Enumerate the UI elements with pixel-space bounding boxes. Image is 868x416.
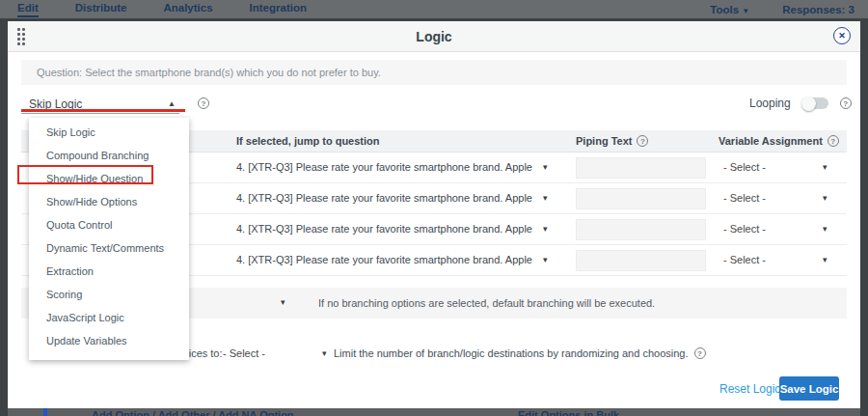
variable-assignment-select[interactable]: - Select - [723, 254, 766, 265]
question-band: Question: Select the smartphone brand(s)… [21, 60, 847, 85]
col-piping-header: Piping Text? [576, 135, 648, 147]
caret-down-icon[interactable]: ▾ [543, 224, 548, 234]
close-icon[interactable]: ✕ [833, 27, 851, 44]
tools-menu[interactable]: Tools ▼ [710, 4, 749, 15]
default-branching-note: If no branching options are selected, de… [318, 297, 655, 309]
reset-logic-link[interactable]: Reset Logic [719, 382, 780, 396]
menu-item-update-variables[interactable]: Update Variables [29, 329, 189, 352]
jump-to-question-value: 4. [XTR-Q3] Please rate your favorite sm… [236, 223, 532, 235]
logic-help-icon[interactable]: ? [198, 97, 209, 109]
nav-tab-edit[interactable]: Edit [17, 2, 39, 17]
jump-to-question-value: 4. [XTR-Q3] Please rate your favorite sm… [236, 254, 532, 265]
col-variable-header: Variable Assignment? [719, 135, 839, 147]
top-navbar: EditDistributeAnalyticsIntegration Tools… [0, 0, 868, 18]
menu-item-compound-branching[interactable]: Compound Branching [29, 144, 189, 167]
page-behind-modal: Add Option / Add Other / Add NA Option E… [8, 408, 860, 416]
question-text: Question: Select the smartphone brand(s)… [37, 67, 381, 78]
annotation-red-underline [21, 109, 185, 112]
variable-help-icon[interactable]: ? [827, 135, 839, 147]
looping-control: Looping ? [749, 97, 852, 110]
piping-help-icon[interactable]: ? [637, 135, 648, 147]
variable-assignment-select[interactable]: - Select - [723, 223, 766, 235]
nav-tab-distribute[interactable]: Distribute [75, 2, 127, 17]
menu-item-scoring[interactable]: Scoring [29, 283, 189, 306]
logic-type-menu: Skip LogicCompound BranchingShow/Hide Qu… [29, 118, 189, 360]
option-blue-bar [43, 408, 47, 416]
caret-down-icon[interactable]: ▾ [322, 348, 327, 358]
menu-item-dynamic-text-comments[interactable]: Dynamic Text/Comments [29, 236, 189, 260]
menu-item-show-hide-question[interactable]: Show/Hide Question [29, 167, 189, 190]
logic-modal: Logic ✕ Question: Select the smartphone … [8, 21, 860, 408]
piping-text-input[interactable] [576, 219, 706, 240]
modal-title: Logic [8, 21, 860, 52]
caret-down-icon[interactable]: ▾ [543, 193, 548, 203]
caret-down-icon[interactable]: ▾ [823, 193, 827, 203]
variable-assignment-select[interactable]: - Select - [723, 192, 766, 204]
caret-down-icon[interactable]: ▾ [543, 162, 548, 172]
modal-header: Logic ✕ [8, 21, 860, 52]
responses-count[interactable]: Responses: 3 [782, 4, 854, 15]
menu-item-show-hide-options[interactable]: Show/Hide Options [29, 190, 189, 213]
randomizer-select[interactable]: - Select - [223, 347, 265, 359]
randomizer-help-icon[interactable]: ? [694, 347, 706, 359]
menu-item-extraction[interactable]: Extraction [29, 260, 189, 283]
jump-to-question-value: 4. [XTR-Q3] Please rate your favorite sm… [236, 192, 532, 204]
piping-text-input[interactable] [576, 188, 706, 209]
randomizer-note: Limit the number of branch/logic destina… [334, 347, 706, 359]
caret-down-icon: ▼ [742, 7, 749, 15]
nav-tab-integration[interactable]: Integration [250, 2, 307, 17]
modal-footer: Reset Logic Save Logic [8, 374, 847, 403]
caret-down-icon[interactable]: ▾ [281, 297, 285, 307]
piping-text-input[interactable] [576, 250, 706, 271]
col-jump-header: If selected, jump to question [236, 135, 380, 147]
caret-down-icon[interactable]: ▾ [823, 255, 827, 264]
jump-to-question-value: 4. [XTR-Q3] Please rate your favorite sm… [236, 161, 532, 173]
caret-up-icon: ▲ [168, 99, 176, 108]
looping-toggle[interactable] [802, 97, 828, 109]
add-option-links[interactable]: Add Option / Add Other / Add NA Option [92, 409, 294, 416]
piping-text-input[interactable] [576, 157, 706, 179]
caret-down-icon[interactable]: ▾ [823, 162, 827, 172]
menu-item-quota-control[interactable]: Quota Control [29, 213, 189, 236]
looping-help-icon[interactable]: ? [840, 97, 852, 109]
nav-tabs: EditDistributeAnalyticsIntegration [17, 2, 307, 17]
caret-down-icon[interactable]: ▾ [543, 255, 548, 264]
variable-assignment-select[interactable]: - Select - [723, 161, 766, 173]
toggle-knob [801, 97, 816, 111]
looping-label: Looping [749, 97, 791, 110]
menu-item-skip-logic[interactable]: Skip Logic [29, 121, 189, 144]
save-logic-button[interactable]: Save Logic [779, 376, 839, 401]
nav-tab-analytics[interactable]: Analytics [163, 2, 212, 17]
edit-options-bulk-link[interactable]: Edit Options in Bulk [518, 409, 619, 416]
caret-down-icon[interactable]: ▾ [823, 224, 827, 234]
menu-item-javascript-logic[interactable]: JavaScript Logic [29, 306, 189, 329]
